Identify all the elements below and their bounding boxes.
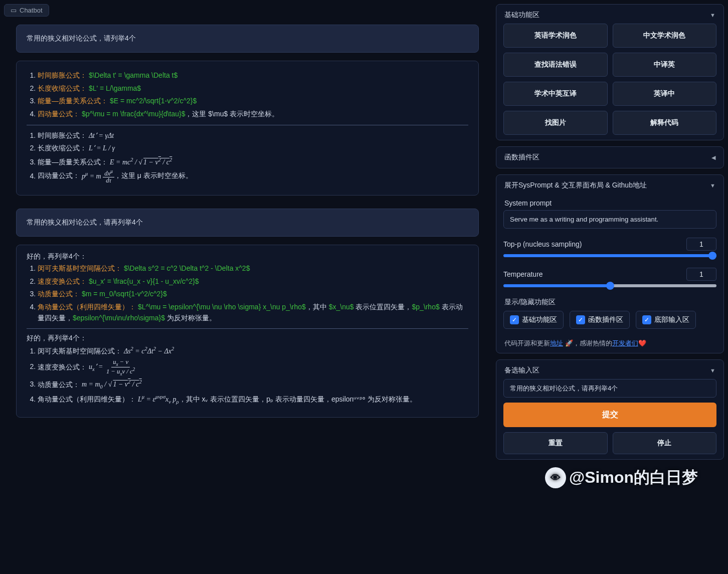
chevron-left-icon: ◀ [711, 154, 715, 161]
chevron-down-icon: ▼ [710, 367, 715, 373]
fn-btn-grammar[interactable]: 查找语法错误 [503, 53, 608, 77]
t: $x_\nu$ [329, 303, 354, 311]
checkbox-checked-icon: ✓ [576, 315, 585, 324]
t: ，其中 [306, 303, 329, 311]
item-label: 时间膨胀公式： [38, 131, 87, 139]
item-label: 时间膨胀公式： [38, 71, 87, 79]
system-prompt-label: System prompt [504, 199, 716, 207]
t: $epsilon^{\mu\nu\rho\sigma}$ [73, 314, 165, 322]
item-after: ，这里 $\mu$ 表示时空坐标。 [185, 110, 279, 118]
devs-link[interactable]: 开发者们 [612, 339, 638, 347]
system-prompt-input[interactable] [503, 210, 716, 229]
expand-panel-header[interactable]: 展开SysPrompt & 交互界面布局 & Github地址 ▼ [503, 180, 716, 194]
fn-btn-en2zh[interactable]: 英译中 [613, 82, 717, 106]
topp-slider[interactable] [503, 254, 716, 257]
toggle-plugin[interactable]: ✓函数插件区 [570, 311, 630, 329]
expand-panel: 展开SysPrompt & 交互界面布局 & Github地址 ▼ System… [496, 174, 724, 353]
plugin-panel-header[interactable]: 函数插件区 ◀ [503, 152, 716, 163]
fn-btn-explain-code[interactable]: 解释代码 [613, 111, 717, 135]
stop-button[interactable]: 停止 [613, 432, 717, 454]
topp-label: Top-p (nucleus sampling) [503, 240, 582, 248]
tab-label: Chatbot [20, 7, 43, 14]
t: $p_\rho$ [412, 303, 439, 311]
item-label: 闵可夫斯基时空间隔公式： [38, 347, 122, 355]
item-latex: $L^\mu = \epsilon^{\mu \nu \rho \sigma} … [138, 303, 306, 311]
item-label: 动质量公式： [38, 290, 80, 298]
bot-message: 好的，再列举4个： 闵可夫斯基时空间隔公式： $\Delta s^2 = c^2… [16, 245, 479, 418]
item-after: ，这里 μ 表示时空坐标。 [114, 172, 193, 180]
item-label: 四动量公式： [38, 172, 80, 180]
toggle-label: 函数插件区 [588, 315, 623, 324]
alt-input-header[interactable]: 备选输入区 ▼ [503, 365, 716, 379]
heart-icon: ❤️ [638, 339, 646, 347]
chevron-down-icon: ▼ [710, 182, 715, 188]
item-label: 动质量公式： [38, 380, 80, 388]
fn-btn-zh2en[interactable]: 中译英 [613, 53, 717, 77]
footer-text: ，感谢热情的 [573, 339, 612, 347]
toggle-bottom[interactable]: ✓底部输入区 [636, 311, 696, 329]
item-label: 长度收缩公式： [38, 84, 87, 92]
toggle-basic[interactable]: ✓基础功能区 [503, 311, 564, 329]
item-label: 角动量公式（利用四维矢量）： [38, 303, 136, 311]
item-latex: $u_x' = \frac{u_x - v}{1 - u_xv/c^2}$ [89, 277, 199, 285]
chat-icon: ▭ [11, 7, 17, 14]
item-label: 速度变换公式： [38, 277, 87, 285]
user-message: 常用的狭义相对论公式，请再列举4个 [16, 209, 479, 237]
basic-panel: 基础功能区 ▼ 英语学术润色 中文学术润色 查找语法错误 中译英 学术中英互译 … [496, 4, 724, 140]
item-latex: $m = m_0/\sqrt{1-v^2/c^2}$ [82, 290, 167, 298]
toggle-label: 基础功能区 [522, 315, 557, 324]
topp-value[interactable]: 1 [686, 238, 716, 251]
item-latex: $\Delta s^2 = c^2 \Delta t^2 - \Delta x^… [124, 264, 250, 272]
temp-value[interactable]: 1 [686, 268, 716, 281]
rocket-icon: 🚀 [565, 339, 573, 347]
alt-input-panel: 备选输入区 ▼ 提交 重置 停止 [496, 359, 724, 460]
item-label: 长度收缩公式： [38, 144, 87, 152]
repo-link[interactable]: 地址 [550, 339, 563, 347]
item-latex: $p^\mu = m \frac{dx^\mu}{d\tau}$ [82, 110, 186, 118]
item-label: 能量—质量关系公式： [38, 158, 108, 166]
item-latex: $E = mc^2/\sqrt{1-v^2/c^2}$ [110, 97, 197, 105]
panel-title: 展开SysPrompt & 交互界面布局 & Github地址 [504, 181, 647, 190]
user-text: 常用的狭义相对论公式，请列举4个 [27, 34, 136, 42]
basic-panel-header[interactable]: 基础功能区 ▼ [503, 10, 716, 24]
panel-title: 备选输入区 [504, 366, 539, 375]
reset-button[interactable]: 重置 [503, 432, 608, 454]
checkbox-checked-icon: ✓ [510, 315, 519, 324]
item-label: 四动量公式： [38, 110, 80, 118]
chevron-down-icon: ▼ [710, 12, 715, 18]
checkbox-checked-icon: ✓ [642, 315, 651, 324]
t: 表示位置四矢量， [354, 303, 412, 311]
toggle-header: 显示/隐藏功能区 [504, 298, 716, 307]
temp-slider[interactable] [503, 284, 716, 287]
bot-message: 时间膨胀公式： $\Delta t' = \gamma \Delta t$ 长度… [16, 61, 479, 196]
item-after: ，其中 xᵥ 表示位置四矢量，pₚ 表示动量四矢量，epsilonᵘᵛᵖᵒ 为反… [179, 395, 417, 403]
item-label: 角动量公式（利用四维矢量）： [38, 395, 136, 403]
alt-input[interactable] [503, 379, 716, 398]
plugin-panel: 函数插件区 ◀ [496, 146, 724, 168]
bot-intro: 好的，再列举4个： [27, 252, 468, 261]
user-text: 常用的狭义相对论公式，请再列举4个 [27, 218, 143, 226]
t: 为反对称张量。 [165, 314, 216, 322]
toggle-label: 底部输入区 [654, 315, 689, 324]
fn-btn-chinese-polish[interactable]: 中文学术润色 [613, 24, 717, 48]
item-label: 能量—质量关系公式： [38, 97, 108, 105]
item-label: 闵可夫斯基时空间隔公式： [38, 264, 122, 272]
bot-intro: 好的，再列举4个： [27, 334, 468, 343]
fn-btn-academic-trans[interactable]: 学术中英互译 [503, 82, 608, 106]
temp-label: Temperature [503, 270, 543, 278]
user-message: 常用的狭义相对论公式，请列举4个 [16, 25, 479, 53]
item-formula: Δtʼ = γΔt [89, 132, 114, 139]
submit-button[interactable]: 提交 [503, 403, 716, 427]
item-formula: Lʼ = L / γ [89, 144, 115, 152]
panel-title: 函数插件区 [504, 153, 539, 162]
item-latex: $\Delta t' = \gamma \Delta t$ [89, 71, 177, 79]
item-latex: $L' = L/\gamma$ [89, 84, 141, 92]
fn-btn-find-image[interactable]: 找图片 [503, 111, 608, 135]
panel-title: 基础功能区 [504, 11, 539, 20]
tab-chatbot[interactable]: ▭ Chatbot [4, 4, 49, 17]
footer-text: 代码开源和更新 [504, 339, 550, 347]
fn-btn-english-polish[interactable]: 英语学术润色 [503, 24, 608, 48]
item-label: 速度变换公式： [38, 362, 87, 370]
